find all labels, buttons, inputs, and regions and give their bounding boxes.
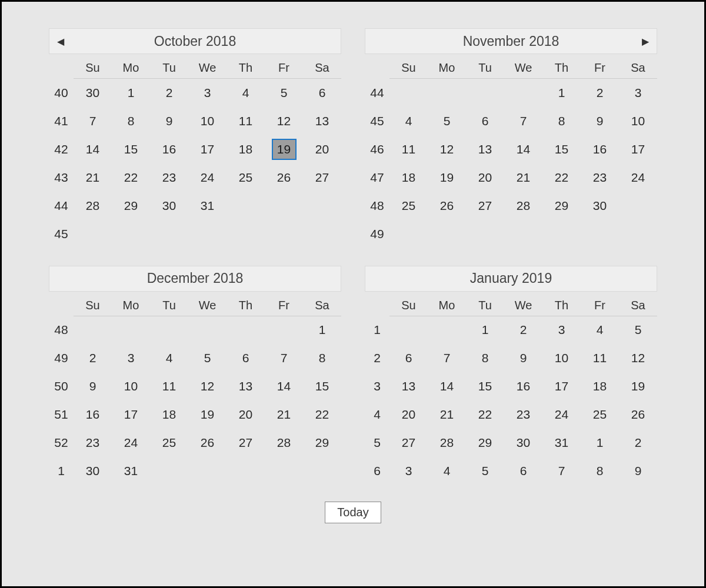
day-cell[interactable]: 30 [74, 79, 112, 107]
day-cell[interactable]: 3 [188, 79, 227, 107]
day-cell[interactable]: 29 [542, 192, 581, 220]
day-cell[interactable]: 23 [581, 163, 619, 192]
day-cell[interactable]: 6 [303, 79, 341, 107]
day-cell[interactable]: 30 [150, 192, 188, 220]
day-cell[interactable]: 3 [542, 316, 581, 344]
month-header[interactable]: December 2018 [49, 266, 341, 292]
day-cell[interactable]: 9 [504, 344, 542, 372]
day-cell[interactable]: 16 [504, 372, 542, 400]
day-cell[interactable]: 1 [303, 316, 341, 344]
day-cell[interactable]: 26 [428, 192, 466, 220]
day-cell[interactable]: 1 [112, 79, 150, 107]
day-cell[interactable]: 24 [619, 163, 657, 192]
day-cell[interactable]: 7 [74, 107, 112, 135]
day-cell[interactable]: 2 [150, 79, 188, 107]
day-cell[interactable]: 25 [581, 400, 619, 429]
day-cell[interactable]: 26 [619, 400, 657, 429]
day-cell[interactable]: 15 [112, 135, 150, 163]
day-cell[interactable]: 20 [466, 163, 504, 192]
day-cell[interactable]: 31 [112, 457, 150, 485]
day-cell[interactable]: 19 [265, 135, 303, 163]
day-cell[interactable]: 23 [74, 429, 112, 457]
day-cell[interactable]: 6 [466, 107, 504, 135]
day-cell[interactable]: 4 [581, 316, 619, 344]
day-cell[interactable]: 4 [150, 344, 188, 372]
day-cell[interactable]: 4 [389, 107, 428, 135]
day-cell[interactable]: 29 [112, 192, 150, 220]
day-cell[interactable]: 27 [466, 192, 504, 220]
day-cell[interactable]: 18 [389, 163, 428, 192]
day-cell[interactable]: 1 [466, 316, 504, 344]
day-cell[interactable]: 2 [74, 344, 112, 372]
day-cell[interactable]: 20 [227, 400, 265, 429]
day-cell[interactable]: 29 [303, 429, 341, 457]
day-cell[interactable]: 20 [303, 135, 341, 163]
day-cell[interactable]: 28 [428, 429, 466, 457]
day-cell[interactable]: 16 [74, 400, 112, 429]
day-cell[interactable]: 21 [74, 163, 112, 192]
day-cell[interactable]: 8 [303, 344, 341, 372]
day-cell[interactable]: 11 [389, 135, 428, 163]
day-cell[interactable]: 9 [150, 107, 188, 135]
day-cell[interactable]: 5 [466, 457, 504, 485]
day-cell[interactable]: 24 [112, 429, 150, 457]
day-cell[interactable]: 30 [74, 457, 112, 485]
day-cell[interactable]: 27 [227, 429, 265, 457]
day-cell[interactable]: 25 [227, 163, 265, 192]
day-cell[interactable]: 13 [466, 135, 504, 163]
day-cell[interactable]: 18 [227, 135, 265, 163]
day-cell[interactable]: 22 [112, 163, 150, 192]
day-cell[interactable]: 14 [504, 135, 542, 163]
day-cell[interactable]: 5 [265, 79, 303, 107]
day-cell[interactable]: 9 [619, 457, 657, 485]
day-cell[interactable]: 5 [428, 107, 466, 135]
day-cell[interactable]: 9 [74, 372, 112, 400]
day-cell[interactable]: 24 [188, 163, 227, 192]
day-cell[interactable]: 26 [265, 163, 303, 192]
month-header[interactable]: ◀October 2018 [49, 28, 341, 54]
day-cell[interactable]: 12 [428, 135, 466, 163]
day-cell[interactable]: 14 [265, 372, 303, 400]
day-cell[interactable]: 17 [188, 135, 227, 163]
day-cell[interactable]: 10 [619, 107, 657, 135]
day-cell[interactable]: 3 [389, 457, 428, 485]
day-cell[interactable]: 19 [188, 400, 227, 429]
day-cell[interactable]: 27 [389, 429, 428, 457]
day-cell[interactable]: 4 [227, 79, 265, 107]
day-cell[interactable]: 5 [619, 316, 657, 344]
day-cell[interactable]: 12 [265, 107, 303, 135]
day-cell[interactable]: 17 [112, 400, 150, 429]
day-cell[interactable]: 12 [619, 344, 657, 372]
day-cell[interactable]: 28 [265, 429, 303, 457]
prev-month-button[interactable]: ◀ [52, 29, 69, 54]
day-cell[interactable]: 31 [188, 192, 227, 220]
day-cell[interactable]: 7 [504, 107, 542, 135]
day-cell[interactable]: 3 [619, 79, 657, 107]
next-month-button[interactable]: ▶ [637, 29, 654, 54]
day-cell[interactable]: 8 [112, 107, 150, 135]
day-cell[interactable]: 18 [581, 372, 619, 400]
day-cell[interactable]: 5 [188, 344, 227, 372]
day-cell[interactable]: 28 [74, 192, 112, 220]
day-cell[interactable]: 23 [504, 400, 542, 429]
day-cell[interactable]: 15 [303, 372, 341, 400]
day-cell[interactable]: 9 [581, 107, 619, 135]
day-cell[interactable]: 27 [303, 163, 341, 192]
day-cell[interactable]: 2 [581, 79, 619, 107]
day-cell[interactable]: 6 [227, 344, 265, 372]
day-cell[interactable]: 2 [504, 316, 542, 344]
day-cell[interactable]: 11 [150, 372, 188, 400]
day-cell[interactable]: 11 [581, 344, 619, 372]
day-cell[interactable]: 29 [466, 429, 504, 457]
day-cell[interactable]: 16 [150, 135, 188, 163]
day-cell[interactable]: 17 [619, 135, 657, 163]
day-cell[interactable]: 7 [542, 457, 581, 485]
day-cell[interactable]: 30 [504, 429, 542, 457]
day-cell[interactable]: 22 [542, 163, 581, 192]
day-cell[interactable]: 20 [389, 400, 428, 429]
day-cell[interactable]: 31 [542, 429, 581, 457]
day-cell[interactable]: 14 [74, 135, 112, 163]
day-cell[interactable]: 8 [542, 107, 581, 135]
day-cell[interactable]: 14 [428, 372, 466, 400]
day-cell[interactable]: 19 [428, 163, 466, 192]
